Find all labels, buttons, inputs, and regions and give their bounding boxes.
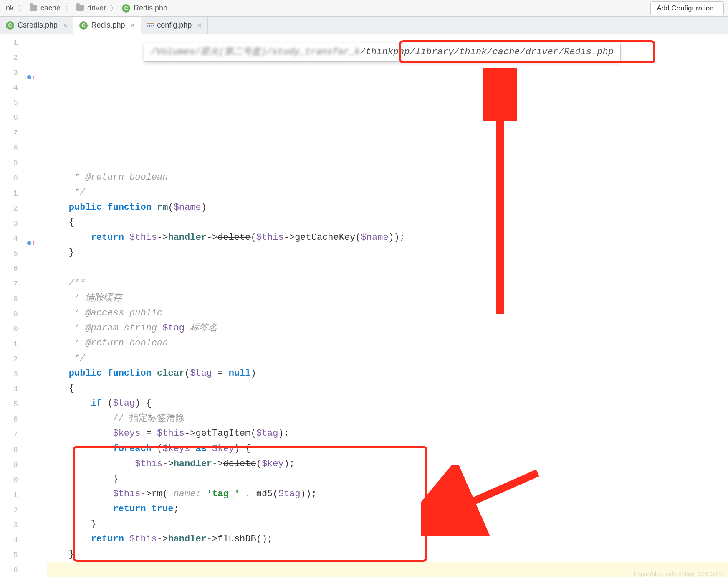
close-icon[interactable]: × — [128, 22, 134, 29]
folder-icon — [76, 5, 84, 11]
tab-label: config.php — [157, 21, 192, 30]
line-number[interactable]: 4↑ — [0, 231, 24, 246]
code-line[interactable]: } — [47, 517, 728, 532]
code-line[interactable]: // 指定标签清除 — [47, 411, 728, 426]
line-number[interactable]: 3 — [0, 216, 24, 231]
chevron-right-icon: 〉 — [64, 3, 73, 13]
line-number[interactable]: 3↑ — [0, 65, 24, 80]
line-number[interactable]: 2 — [0, 201, 24, 216]
line-number[interactable]: 3 — [0, 367, 24, 382]
code-editor[interactable]: 123↑45678901234↑5678901234567890123456 /… — [0, 34, 728, 579]
code-line[interactable]: { — [47, 215, 728, 230]
path-blurred: /Volumes/星火(第二号盘)/study_transfar_k — [151, 45, 360, 60]
line-number[interactable]: 9 — [0, 156, 24, 171]
chevron-right-icon: 〉 — [17, 3, 26, 13]
chevron-right-icon: 〉 — [109, 3, 119, 13]
line-number[interactable]: 2 — [0, 50, 24, 65]
line-number[interactable]: 2 — [0, 503, 24, 518]
line-number[interactable]: 5 — [0, 95, 24, 110]
class-icon: C — [79, 21, 88, 30]
tab-label: Csredis.php — [18, 21, 58, 30]
line-number[interactable]: 0 — [0, 171, 24, 186]
line-number[interactable]: 4 — [0, 382, 24, 397]
code-line[interactable]: */ — [47, 351, 728, 366]
code-line[interactable]: return true; — [47, 502, 728, 517]
crumb-file[interactable]: Redis.php — [134, 4, 167, 13]
code-line[interactable]: * @return boolean — [47, 336, 728, 351]
line-number[interactable]: 1 — [0, 488, 24, 503]
code-line[interactable]: } — [47, 245, 728, 260]
line-number[interactable]: 8 — [0, 442, 24, 457]
code-line[interactable] — [47, 260, 728, 275]
line-number[interactable]: 7 — [0, 277, 24, 292]
code-line[interactable]: /** — [47, 276, 728, 291]
class-icon: C — [122, 4, 130, 13]
code-line[interactable]: return $this->handler->flushDB(); — [47, 532, 728, 547]
code-line[interactable] — [47, 562, 728, 577]
tab-config-php[interactable]: PHPconfig.php× — [141, 17, 208, 34]
line-number[interactable]: 5 — [0, 548, 24, 563]
crumb-driver[interactable]: driver — [87, 4, 106, 13]
line-number[interactable]: 4 — [0, 80, 24, 95]
close-icon[interactable]: × — [61, 22, 67, 29]
line-number-gutter: 123↑45678901234↑5678901234567890123456 — [0, 34, 24, 579]
watermark: https://blog.csdn.net/qq_37403810 — [634, 571, 724, 577]
line-number[interactable]: 6 — [0, 412, 24, 427]
line-number[interactable]: 0 — [0, 472, 24, 488]
line-number[interactable]: 7 — [0, 126, 24, 141]
tab-Redis-php[interactable]: CRedis.php× — [73, 17, 141, 34]
line-number[interactable]: 7 — [0, 427, 24, 442]
code-line[interactable] — [47, 577, 728, 579]
code-line[interactable]: $this->rm( name: 'tag_' . md5($tag)); — [47, 487, 728, 502]
code-area[interactable]: /Volumes/星火(第二号盘)/study_transfar_k/think… — [24, 34, 728, 579]
code-line[interactable]: */ — [47, 185, 728, 200]
code-line[interactable]: } — [47, 547, 728, 562]
line-number[interactable]: 5 — [0, 397, 24, 412]
folder-icon — [30, 5, 37, 11]
code-line[interactable]: * 清除缓存 — [47, 291, 728, 306]
line-number[interactable]: 6 — [0, 563, 24, 578]
line-number[interactable]: 9 — [0, 457, 24, 472]
file-path-popup: /Volumes/星火(第二号盘)/study_transfar_k/think… — [144, 43, 621, 62]
line-number[interactable]: 0 — [0, 322, 24, 337]
class-icon: C — [6, 21, 14, 30]
line-number[interactable]: 6 — [0, 261, 24, 276]
add-configuration-button[interactable]: Add Configuration.. — [650, 1, 724, 15]
crumb-think[interactable]: ink — [4, 4, 14, 13]
code-line[interactable]: $this->handler->delete($key); — [47, 457, 728, 472]
line-number[interactable]: 1 — [0, 186, 24, 201]
line-number[interactable]: 2 — [0, 352, 24, 367]
line-number[interactable]: 6 — [0, 110, 24, 125]
code-line[interactable]: public function rm($name) — [47, 200, 728, 215]
code-line[interactable]: * @param string $tag 标签名 — [47, 321, 728, 336]
line-number[interactable]: 5 — [0, 246, 24, 261]
line-number[interactable]: 9 — [0, 307, 24, 322]
code-line[interactable]: return $this->handler->delete($this->get… — [47, 230, 728, 245]
path-highlighted: /thinkphp/library/think/cache/driver/Red… — [360, 45, 614, 60]
breadcrumb-bar: ink 〉 cache 〉 driver 〉 C Redis.php Add C… — [0, 0, 728, 17]
crumb-cache[interactable]: cache — [40, 4, 61, 13]
code-line[interactable]: if ($tag) { — [47, 396, 728, 411]
php-file-icon: PHP — [147, 23, 154, 28]
code-line[interactable]: * @return boolean — [47, 170, 728, 185]
line-number[interactable]: 1 — [0, 337, 24, 352]
line-number[interactable]: 1 — [0, 35, 24, 50]
line-number[interactable]: 4 — [0, 533, 24, 548]
close-icon[interactable]: × — [195, 22, 201, 29]
tab-label: Redis.php — [91, 21, 125, 30]
line-number[interactable]: 8 — [0, 141, 24, 156]
code-line[interactable]: { — [47, 381, 728, 396]
editor-tabs: CCsredis.php×CRedis.php×PHPconfig.php× — [0, 17, 728, 34]
code-line[interactable]: } — [47, 472, 728, 487]
code-line[interactable]: foreach ($keys as $key) { — [47, 442, 728, 457]
line-number[interactable]: 8 — [0, 292, 24, 307]
line-number[interactable]: 3 — [0, 518, 24, 533]
code-line[interactable]: * @access public — [47, 306, 728, 321]
code-line[interactable]: $keys = $this->getTagItem($tag); — [47, 426, 728, 441]
tab-Csredis-php[interactable]: CCsredis.php× — [0, 17, 73, 34]
code-line[interactable]: public function clear($tag = null) — [47, 366, 728, 381]
